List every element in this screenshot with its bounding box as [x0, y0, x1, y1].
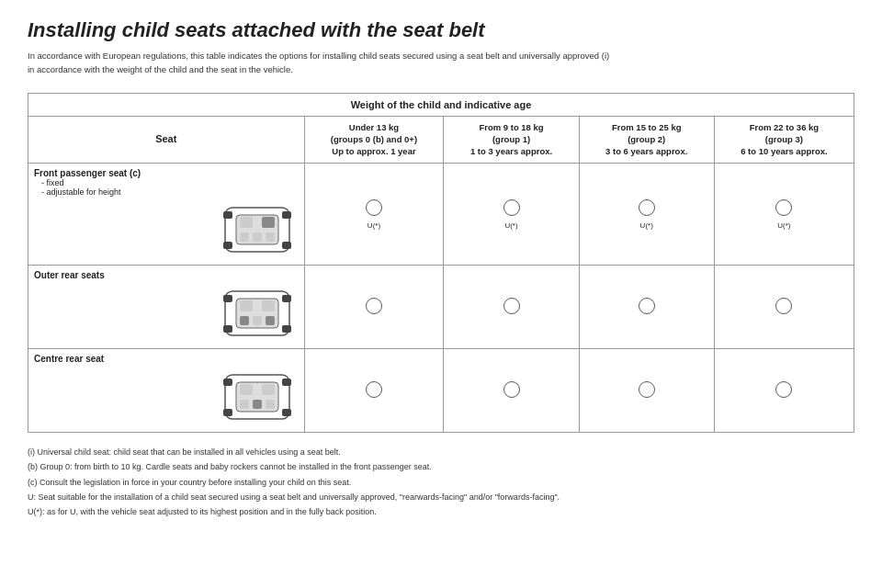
footnote-item: (i) Universal child seat: child seat tha… [28, 446, 854, 458]
svg-rect-16 [282, 325, 291, 333]
svg-rect-4 [223, 242, 232, 249]
data-cell: U(*) [304, 163, 444, 265]
subtitle: In accordance with European regulations,… [28, 50, 671, 76]
data-cell [714, 348, 854, 432]
data-cell: U(*) [714, 163, 854, 265]
data-cell [444, 348, 579, 432]
col-seat-header: Seat [28, 116, 304, 163]
footnote-item: U(*): as for U, with the vehicle seat ad… [28, 505, 854, 518]
svg-rect-13 [223, 295, 232, 302]
car-diagram [216, 284, 299, 344]
table-row: Front passenger seat (c)- fixed- adjusta… [28, 163, 854, 265]
data-cell [444, 265, 579, 348]
svg-rect-3 [282, 211, 291, 219]
svg-rect-26 [223, 409, 232, 416]
car-diagram [216, 200, 299, 260]
svg-rect-25 [282, 379, 291, 386]
seat-label: Front passenger seat (c) [34, 168, 299, 178]
table-header-sub: Seat Under 13 kg (groups 0 (b) and 0+) U… [28, 116, 854, 163]
approval-circle [775, 199, 792, 216]
col3-header: From 15 to 25 kg (group 2) 3 to 6 years … [579, 116, 714, 163]
seat-label: Outer rear seats [34, 270, 299, 280]
approval-circle [503, 381, 520, 398]
approval-circle [775, 298, 792, 314]
footnotes-section: (i) Universal child seat: child seat tha… [28, 446, 854, 519]
seat-sublabel: - fixed [41, 178, 299, 187]
approval-circle [366, 199, 382, 216]
svg-rect-28 [240, 384, 253, 395]
svg-rect-29 [262, 384, 275, 395]
svg-rect-24 [223, 379, 232, 386]
data-cell: U(*) [579, 163, 714, 265]
approval-circle [503, 199, 520, 216]
approval-circle [639, 298, 655, 314]
table-row: Centre rear seat [28, 348, 854, 432]
child-seat-table: Weight of the child and indicative age S… [28, 93, 854, 433]
svg-rect-19 [240, 316, 249, 325]
seat-label: Centre rear seat [34, 354, 299, 364]
seat-label-cell: Outer rear seats [28, 265, 304, 348]
header-top-cell: Weight of the child and indicative age [28, 94, 854, 117]
footnote-item: (b) Group 0: from birth to 10 kg. Cardle… [28, 460, 854, 473]
table-body: Front passenger seat (c)- fixed- adjusta… [28, 163, 854, 432]
svg-rect-8 [240, 232, 249, 242]
table-header-top: Weight of the child and indicative age [28, 94, 854, 117]
svg-rect-6 [262, 217, 275, 228]
svg-rect-18 [262, 300, 275, 311]
approval-circle [366, 298, 382, 314]
svg-rect-20 [266, 316, 275, 325]
svg-rect-14 [282, 295, 291, 302]
data-cell [579, 265, 714, 348]
approval-circle [639, 381, 655, 398]
table-row: Outer rear seats [28, 265, 854, 348]
col1-header: Under 13 kg (groups 0 (b) and 0+) Up to … [304, 116, 444, 163]
seat-label-cell: Centre rear seat [28, 348, 304, 432]
svg-rect-10 [266, 232, 275, 242]
svg-rect-30 [253, 400, 262, 409]
data-cell [304, 348, 444, 432]
svg-rect-5 [282, 242, 291, 249]
seat-sublabel: - adjustable for height [41, 187, 299, 197]
data-cell [579, 348, 714, 432]
footnote-item: U: Seat suitable for the installation of… [28, 491, 854, 503]
car-diagram [216, 368, 299, 427]
svg-rect-21 [253, 316, 262, 325]
svg-rect-2 [223, 211, 232, 219]
approval-circle [503, 298, 520, 314]
svg-rect-31 [240, 400, 249, 409]
svg-rect-9 [253, 232, 262, 242]
col4-header: From 22 to 36 kg (group 3) 6 to 10 years… [714, 116, 854, 163]
approval-circle [366, 381, 382, 398]
data-cell [304, 265, 444, 348]
svg-rect-27 [282, 409, 291, 416]
svg-rect-17 [240, 300, 253, 311]
cell-note: U(*) [311, 221, 438, 230]
col2-header: From 9 to 18 kg (group 1) 1 to 3 years a… [444, 116, 579, 163]
approval-circle [639, 199, 655, 216]
seat-label-cell: Front passenger seat (c)- fixed- adjusta… [28, 163, 304, 265]
svg-rect-7 [240, 217, 253, 228]
data-cell: U(*) [444, 163, 579, 265]
svg-rect-32 [266, 400, 275, 409]
footnote-item: (c) Consult the legislation in force in … [28, 476, 854, 489]
cell-note: U(*) [720, 221, 848, 230]
data-cell [714, 265, 854, 348]
cell-note: U(*) [585, 221, 708, 230]
cell-note: U(*) [449, 221, 572, 230]
svg-rect-15 [223, 325, 232, 333]
page-title: Installing child seats attached with the… [28, 18, 854, 42]
approval-circle [775, 381, 792, 398]
